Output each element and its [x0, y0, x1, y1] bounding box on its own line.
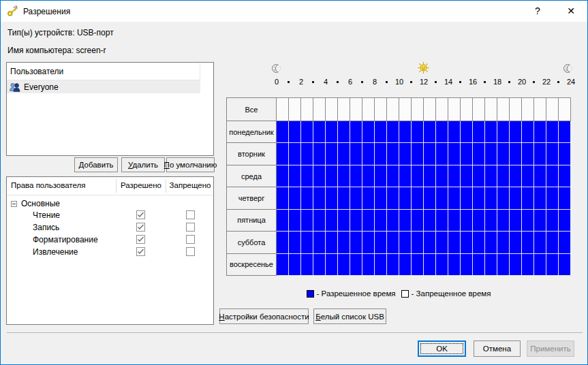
- help-button[interactable]: ?: [527, 1, 548, 21]
- time-cell[interactable]: [546, 232, 559, 253]
- time-cell[interactable]: [326, 165, 338, 187]
- time-cell[interactable]: [313, 165, 326, 187]
- time-cell[interactable]: [289, 232, 301, 253]
- time-cell[interactable]: [387, 165, 399, 187]
- time-cell[interactable]: [534, 165, 546, 187]
- time-cell[interactable]: [485, 254, 497, 276]
- time-cell[interactable]: [338, 165, 350, 187]
- all-hour-cell[interactable]: [497, 98, 510, 121]
- security-settings-button[interactable]: Настройки безопасности: [219, 308, 309, 324]
- time-cell[interactable]: [546, 165, 559, 187]
- user-list-item[interactable]: Everyone: [7, 80, 200, 93]
- time-cell[interactable]: [277, 143, 289, 165]
- time-cell[interactable]: [424, 210, 436, 232]
- time-cell[interactable]: [424, 187, 436, 209]
- time-cell[interactable]: [350, 187, 362, 209]
- close-icon[interactable]: ✕: [561, 1, 581, 21]
- time-cell[interactable]: [301, 165, 313, 187]
- all-hour-cell[interactable]: [412, 98, 424, 121]
- time-cell[interactable]: [436, 254, 448, 276]
- time-cell[interactable]: [313, 143, 326, 165]
- time-cell[interactable]: [559, 121, 571, 143]
- time-cell[interactable]: [338, 187, 350, 209]
- time-cell[interactable]: [362, 121, 375, 143]
- time-cell[interactable]: [301, 254, 313, 276]
- denied-checkbox[interactable]: [186, 223, 195, 232]
- all-hour-cell[interactable]: [436, 98, 448, 121]
- all-hour-cell[interactable]: [522, 98, 534, 121]
- time-cell[interactable]: [338, 232, 350, 253]
- time-cell[interactable]: [412, 121, 424, 143]
- time-cell[interactable]: [522, 210, 534, 232]
- time-cell[interactable]: [387, 121, 399, 143]
- time-cell[interactable]: [546, 254, 559, 276]
- time-cell[interactable]: [326, 187, 338, 209]
- time-cell[interactable]: [277, 254, 289, 276]
- allowed-checkbox[interactable]: [136, 210, 145, 219]
- time-cell[interactable]: [534, 254, 546, 276]
- time-cell[interactable]: [362, 143, 375, 165]
- time-cell[interactable]: [473, 165, 485, 187]
- time-cell[interactable]: [277, 187, 289, 209]
- time-cell[interactable]: [412, 143, 424, 165]
- time-cell[interactable]: [289, 165, 301, 187]
- time-cell[interactable]: [424, 165, 436, 187]
- time-cell[interactable]: [461, 210, 473, 232]
- time-cell[interactable]: [546, 187, 559, 209]
- time-cell[interactable]: [546, 143, 559, 165]
- time-cell[interactable]: [534, 210, 546, 232]
- time-cell[interactable]: [546, 210, 559, 232]
- time-cell[interactable]: [485, 232, 497, 253]
- time-cell[interactable]: [485, 187, 497, 209]
- time-cell[interactable]: [497, 165, 510, 187]
- all-hour-cell[interactable]: [485, 98, 497, 121]
- time-cell[interactable]: [497, 254, 510, 276]
- time-cell[interactable]: [338, 254, 350, 276]
- time-cell[interactable]: [559, 143, 571, 165]
- denied-checkbox[interactable]: [186, 247, 195, 256]
- all-hour-cell[interactable]: [375, 98, 387, 121]
- denied-checkbox[interactable]: [186, 210, 195, 219]
- time-cell[interactable]: [436, 143, 448, 165]
- time-cell[interactable]: [350, 143, 362, 165]
- time-cell[interactable]: [534, 143, 546, 165]
- apply-button[interactable]: Применить: [527, 340, 574, 357]
- all-hour-cell[interactable]: [399, 98, 412, 121]
- time-cell[interactable]: [313, 121, 326, 143]
- time-cell[interactable]: [497, 187, 510, 209]
- time-cell[interactable]: [399, 210, 412, 232]
- time-cell[interactable]: [559, 165, 571, 187]
- time-cell[interactable]: [424, 232, 436, 253]
- time-cell[interactable]: [473, 254, 485, 276]
- time-cell[interactable]: [497, 232, 510, 253]
- ok-button[interactable]: OK: [418, 340, 466, 357]
- time-cell[interactable]: [387, 143, 399, 165]
- time-cell[interactable]: [522, 121, 534, 143]
- time-cell[interactable]: [559, 187, 571, 209]
- time-cell[interactable]: [362, 254, 375, 276]
- time-cell[interactable]: [362, 187, 375, 209]
- time-cell[interactable]: [424, 121, 436, 143]
- time-cell[interactable]: [534, 187, 546, 209]
- time-cell[interactable]: [375, 232, 387, 253]
- time-cell[interactable]: [399, 121, 412, 143]
- time-cell[interactable]: [277, 121, 289, 143]
- time-cell[interactable]: [448, 121, 461, 143]
- time-cell[interactable]: [289, 143, 301, 165]
- all-hour-cell[interactable]: [289, 98, 301, 121]
- time-cell[interactable]: [510, 232, 522, 253]
- time-cell[interactable]: [510, 143, 522, 165]
- time-cell[interactable]: [461, 232, 473, 253]
- time-cell[interactable]: [546, 121, 559, 143]
- time-cell[interactable]: [399, 232, 412, 253]
- time-cell[interactable]: [436, 121, 448, 143]
- time-cell[interactable]: [301, 210, 313, 232]
- all-hour-cell[interactable]: [338, 98, 350, 121]
- time-cell[interactable]: [522, 165, 534, 187]
- time-cell[interactable]: [362, 210, 375, 232]
- time-cell[interactable]: [301, 143, 313, 165]
- time-cell[interactable]: [559, 232, 571, 253]
- time-cell[interactable]: [448, 187, 461, 209]
- all-days-label[interactable]: Все: [226, 97, 277, 121]
- tree-collapse-icon[interactable]: [11, 201, 17, 207]
